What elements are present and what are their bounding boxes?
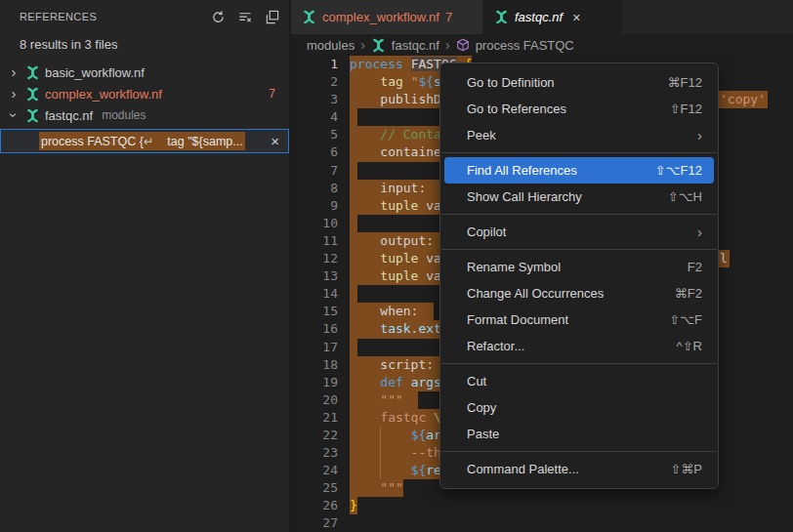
menu-item-peek[interactable]: Peek› [444,122,714,148]
file-description: modules [102,108,146,122]
refresh-button[interactable] [211,10,226,24]
result-count-badge: 7 [269,87,275,101]
menu-item-label: Cut [467,374,702,389]
code-token [350,74,380,89]
chevron-right-icon[interactable]: › [7,65,21,79]
code-token: publishD [350,92,441,106]
menu-item-go-to-definition[interactable]: Go to Definition⌘F12 [444,69,714,96]
symbol-cube-icon [456,38,470,52]
breadcrumb-folder[interactable]: modules [307,38,355,53]
code-token: tuple [380,268,426,283]
line-number: 10 [291,215,338,232]
code-token: ${ [411,428,427,442]
menu-item-change-all-occurrences[interactable]: Change All Occurrences⌘F2 [444,280,714,307]
code-token: input: [350,181,441,195]
selection-highlight: ${ar [350,427,441,444]
line-number: 12 [291,250,338,267]
code-token: process [350,57,411,71]
nextflow-icon [371,38,386,53]
line-number: 11 [291,232,338,250]
breadcrumb-symbol[interactable]: process FASTQC [476,38,574,53]
breadcrumb-separator: › [360,37,365,53]
nextflow-icon [494,10,509,24]
selection-highlight: containe [350,143,441,161]
code-line[interactable] [350,514,793,532]
selection-highlight [350,285,357,303]
menu-item-find-all-references[interactable]: Find All References⇧⌥F12 [444,157,714,184]
line-number: 25 [291,479,338,497]
selection-highlight [350,108,357,126]
line-number: 15 [291,303,338,320]
menu-item-label: Format Document [467,312,651,327]
references-tree: › basic_workflow.nf› complex_workflow.nf… [0,61,289,126]
code-token [350,198,380,213]
reference-result-selected[interactable]: process FASTQC {↵ tag "${samp... × [0,129,289,153]
code-token: ${ [418,74,434,89]
chevron-right-icon[interactable]: › [7,87,21,101]
menu-item-command-palette[interactable]: Command Palette...⇧⌘P [444,456,714,482]
tab-fastqc[interactable]: fastqc.nf × [483,0,622,34]
panel-title: REFERENCES [20,11,211,22]
menu-item-shortcut: ⇧⌥F [669,312,702,327]
selection-highlight: tuple va [350,250,441,267]
menu-item-paste[interactable]: Paste [444,421,714,447]
editor-tab-bar: complex_workflow.nf 7 fastqc.nf × [291,0,793,34]
clear-all-button[interactable] [237,10,253,24]
collapse-all-button[interactable] [265,10,279,24]
menu-item-show-call-hierarchy[interactable]: Show Call Hierarchy⇧⌥H [444,184,714,210]
code-token: l [720,251,728,266]
code-token: args [411,375,441,389]
code-line[interactable]: } [350,497,793,514]
tab-complex-workflow[interactable]: complex_workflow.nf 7 [291,0,482,34]
menu-item-format-document[interactable]: Format Document⇧⌥F [444,307,714,333]
reference-file-row[interactable]: › basic_workflow.nf [0,61,289,83]
line-number: 1 [291,56,338,73]
reference-file-row[interactable]: › complex_workflow.nf7 [0,83,289,104]
menu-item-cut[interactable]: Cut [444,368,714,394]
menu-separator [441,451,717,452]
menu-item-rename-symbol[interactable]: Rename SymbolF2 [444,254,714,280]
line-number: 14 [291,285,338,303]
menu-item-label: Rename Symbol [467,260,670,274]
chevron-down-icon[interactable]: › [7,108,21,122]
menu-item-refactor[interactable]: Refactor...^⇧R [444,333,714,359]
menu-item-label: Show Call Hierarchy [467,189,650,204]
code-token: // Conta [350,127,441,142]
reference-file-row[interactable]: › fastqc.nfmodules [0,104,289,126]
menu-item-label: Refactor... [467,339,659,353]
nextflow-icon [494,10,509,24]
line-number: 4 [291,108,338,126]
nextflow-icon [25,108,40,123]
code-token [350,251,380,266]
close-tab-icon[interactable]: × [572,10,580,25]
line-number: 27 [291,514,338,532]
menu-item-label: Peek [467,128,697,143]
nextflow-icon [25,65,40,80]
reference-result-text: process FASTQC {↵ tag "${samp... [39,132,245,150]
menu-item-copy[interactable]: Copy [444,394,714,421]
references-panel: REFERENCES 8 results in 3 files › basic_… [0,0,290,532]
menu-item-shortcut: ⌘F2 [675,286,702,301]
code-token: """ [350,392,418,407]
indent-guide [380,444,381,462]
code-fragment: l [718,250,730,267]
breadcrumb-file[interactable]: fastqc.nf [392,38,439,53]
line-number: 16 [291,320,338,338]
selection-highlight: tuple va [350,197,441,215]
line-number: 26 [291,497,338,514]
line-number: 8 [291,180,338,197]
selection-highlight: task.ext [350,320,441,338]
selection-highlight: output: [350,232,441,250]
clear-all-icon [237,10,253,24]
dismiss-result-icon[interactable]: × [271,133,279,149]
nextflow-icon [25,87,40,102]
line-number: 19 [291,374,338,391]
menu-item-go-to-references[interactable]: Go to References⇧F12 [444,96,714,122]
selection-highlight: fastqc \ [350,409,441,427]
menu-item-copilot[interactable]: Copilot› [444,219,714,245]
menu-item-shortcut: ⌘F12 [668,75,702,90]
collapse-all-icon [265,10,279,24]
menu-separator [441,249,717,250]
menu-item-label: Go to Definition [467,75,650,90]
menu-item-shortcut: ⇧⌥F12 [655,163,702,178]
